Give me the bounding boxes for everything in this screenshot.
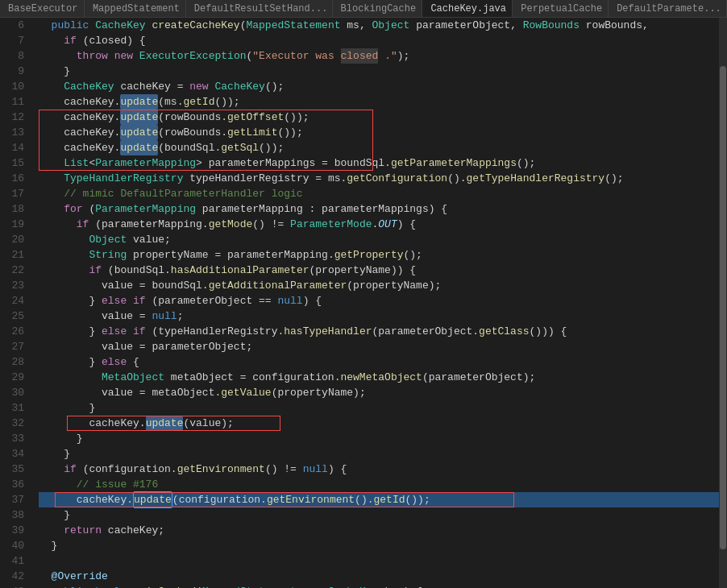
code-line-23: value = boundSql.getAdditionalParameter(…: [39, 278, 727, 293]
code-line-21: String propertyName = parameterMapping.g…: [39, 247, 727, 263]
code-area: 6 7 8 9 10 11 12 13 14 15 16 17 18 19 20…: [0, 18, 727, 588]
tab-defaultparameter[interactable]: DefaultParamete...: [609, 0, 727, 18]
code-line-30: value = metaObject.getValue(propertyName…: [39, 385, 727, 400]
code-line-39: return cacheKey;: [39, 523, 727, 538]
tab-bar: BaseExecutor MappedStatement DefaultResu…: [0, 0, 727, 18]
tab-blockingcache[interactable]: BlockingCache: [333, 0, 423, 18]
code-line-15: List<ParameterMapping> parameterMappings…: [39, 155, 727, 171]
code-line-40: }: [39, 538, 727, 553]
code-line-19: if (parameterMapping.getMode() != Parame…: [39, 217, 727, 232]
code-line-11: cacheKey.update(ms.getId());: [39, 94, 727, 110]
tab-mappedstatement[interactable]: MappedStatement: [85, 0, 186, 18]
code-line-26: } else if (typeHandlerRegistry.hasTypeHa…: [39, 324, 727, 339]
code-line-34: }: [39, 446, 727, 462]
code-line-9: }: [39, 64, 727, 79]
code-line-16: TypeHandlerRegistry typeHandlerRegistry …: [39, 171, 727, 186]
code-content: public CacheKey createCacheKey(MappedSta…: [31, 18, 727, 588]
code-line-8: throw new ExecutorException("Executor wa…: [39, 48, 727, 64]
tab-cachekey[interactable]: CacheKey.java: [422, 0, 513, 18]
code-line-28: } else {: [39, 354, 727, 370]
tab-perpetualcache[interactable]: PerpetualCache: [513, 0, 609, 18]
code-line-41: [39, 553, 727, 569]
tab-defaultresultset[interactable]: DefaultResultSetHand...: [186, 0, 333, 18]
code-line-32: cacheKey.update(value);: [39, 416, 727, 431]
code-line-17: // mimic DefaultParameterHandler logic: [39, 186, 727, 201]
code-line-37: cacheKey.update(configuration.getEnviron…: [39, 492, 727, 507]
code-line-6: public CacheKey createCacheKey(MappedSta…: [39, 18, 727, 33]
code-line-43: public boolean isCached(MappedStatement …: [39, 584, 727, 588]
code-line-25: value = null;: [39, 308, 727, 324]
editor-container: BaseExecutor MappedStatement DefaultResu…: [0, 0, 727, 588]
code-line-29: MetaObject metaObject = configuration.ne…: [39, 370, 727, 385]
code-line-10: CacheKey cacheKey = new CacheKey();: [39, 79, 727, 94]
code-line-38: }: [39, 507, 727, 523]
code-line-33: }: [39, 431, 727, 446]
scrollbar[interactable]: [719, 18, 727, 588]
line-numbers: 6 7 8 9 10 11 12 13 14 15 16 17 18 19 20…: [0, 18, 31, 588]
code-line-18: for (ParameterMapping parameterMapping :…: [39, 201, 727, 217]
tab-baseexecutor[interactable]: BaseExecutor: [0, 0, 85, 18]
code-line-20: Object value;: [39, 232, 727, 247]
code-line-22: if (boundSql.hasAdditionalParameter(prop…: [39, 263, 727, 278]
code-line-42: @Override: [39, 569, 727, 584]
code-line-35: if (configuration.getEnvironment() != nu…: [39, 462, 727, 477]
code-line-14: cacheKey.update(boundSql.getSql());: [39, 140, 727, 155]
code-line-36: // issue #176: [39, 477, 727, 492]
code-line-31: }: [39, 400, 727, 416]
code-line-7: if (closed) {: [39, 33, 727, 48]
code-line-13: cacheKey.update(rowBounds.getLimit());: [39, 125, 727, 140]
code-line-12: cacheKey.update(rowBounds.getOffset());: [39, 110, 727, 125]
code-line-27: value = parameterObject;: [39, 339, 727, 354]
scrollbar-thumb[interactable]: [720, 66, 726, 549]
code-line-24: } else if (parameterObject == null) {: [39, 293, 727, 308]
